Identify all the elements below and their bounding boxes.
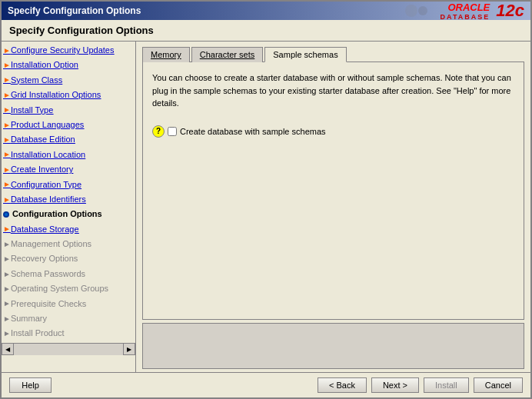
next-button[interactable]: Next >	[371, 377, 419, 393]
sidebar-label: Grid Installation Options	[11, 89, 101, 101]
content-area: ► Configure Security Updates ► Installat…	[2, 42, 530, 372]
sidebar-item-recovery-options: ► Recovery Options	[2, 251, 123, 266]
scroll-right-arrow[interactable]: ▶	[123, 343, 135, 355]
sidebar-label: System Class	[11, 75, 62, 86]
sidebar-item-database-edition[interactable]: ► Database Edition	[2, 132, 123, 147]
help-button[interactable]: Help	[9, 377, 52, 393]
tab-sample-schemas-label: Sample schemas	[273, 50, 337, 59]
oracle-version: 12c	[496, 1, 524, 21]
active-circle-icon	[3, 211, 9, 218]
sidebar-label: Installation Option	[11, 59, 78, 71]
title-bar: Specify Configuration Options ORACLE DAT…	[2, 2, 530, 20]
arrow-icon: ►	[3, 120, 11, 131]
sidebar-item-product-languages[interactable]: ► Product Languages	[2, 118, 123, 132]
main-panel: Memory Character sets Sample schemas You…	[136, 42, 530, 372]
sidebar-item-configuration-options[interactable]: Configuration Options	[2, 207, 123, 221]
install-button[interactable]: Install	[424, 377, 469, 393]
arrow-icon: ►	[3, 239, 11, 250]
help-tooltip-icon: ?	[152, 125, 165, 138]
sidebar-label: Database Identifiers	[11, 194, 86, 205]
sidebar-item-create-inventory[interactable]: ► Create Inventory	[2, 162, 123, 177]
tab-memory-label: Memory	[151, 50, 181, 59]
sidebar-item-management-options: ► Management Options	[2, 237, 123, 251]
arrow-icon: ►	[3, 179, 11, 190]
oracle-brand: ORACLE DATABASE	[441, 2, 490, 21]
sidebar-label: Recovery Options	[11, 253, 78, 264]
sidebar-label: Configuration Type	[11, 179, 81, 191]
sidebar-label: Database Storage	[11, 224, 79, 235]
sidebar-label: Create Inventory	[11, 164, 73, 175]
sidebar-item-configuration-type[interactable]: ► Configuration Type	[2, 178, 123, 192]
tab-memory[interactable]: Memory	[142, 47, 190, 62]
sidebar-item-database-identifiers[interactable]: ► Database Identifiers	[2, 192, 123, 207]
sidebar-label: Product Languages	[11, 119, 84, 131]
sidebar-item-schema-passwords: ► Schema Passwords	[2, 267, 123, 281]
footer-right: < Back Next > Install Cancel	[318, 377, 523, 393]
sidebar-label: Install Product	[11, 328, 65, 339]
description-text: You can choose to create a starter datab…	[152, 71, 514, 110]
sidebar-item-grid-installation[interactable]: ► Grid Installation Options	[2, 88, 123, 102]
bottom-info-area	[142, 323, 524, 369]
sidebar-label: Install Type	[11, 105, 53, 116]
arrow-icon: ►	[3, 314, 11, 324]
arrow-icon: ►	[3, 60, 11, 71]
sidebar-item-database-storage[interactable]: ► Database Storage	[2, 222, 123, 237]
create-sample-schemas-checkbox[interactable]	[168, 127, 177, 136]
arrow-icon: ►	[3, 224, 11, 234]
sidebar-label: Configure Security Updates	[11, 45, 115, 56]
sidebar-item-installation-option[interactable]: ► Installation Option	[2, 58, 123, 72]
sidebar-item-system-class[interactable]: ► System Class	[2, 73, 123, 88]
arrow-icon: ►	[3, 149, 11, 160]
footer: Help < Back Next > Install Cancel	[2, 372, 530, 397]
arrow-icon: ►	[3, 45, 11, 56]
sample-schemas-option: ? Create database with sample schemas	[152, 125, 514, 138]
arrow-icon: ►	[3, 75, 11, 85]
arrow-icon: ►	[3, 254, 11, 264]
tab-sample-schemas[interactable]: Sample schemas	[264, 47, 346, 62]
oracle-name: ORACLE	[447, 2, 490, 13]
help-icon-text: ?	[156, 127, 161, 135]
sidebar-label: Summary	[11, 313, 47, 324]
sidebar-label: Operating System Groups	[11, 283, 108, 294]
scroll-left-arrow[interactable]: ◀	[2, 343, 14, 355]
cancel-button[interactable]: Cancel	[474, 377, 523, 393]
sidebar-item-install-type[interactable]: ► Install Type	[2, 103, 123, 118]
arrow-icon: ►	[3, 165, 11, 175]
sidebar-footer: ◀ ▶	[2, 343, 135, 355]
sidebar-item-summary: ► Summary	[2, 311, 123, 326]
arrow-icon: ►	[3, 90, 11, 101]
create-sample-schemas-label: Create database with sample schemas	[180, 127, 326, 136]
page-title: Specify Configuration Options	[9, 25, 154, 36]
tab-character-sets[interactable]: Character sets	[191, 47, 264, 62]
sidebar-label: Installation Location	[11, 149, 85, 161]
svg-point-0	[405, 5, 417, 17]
sidebar-item-os-groups: ► Operating System Groups	[2, 281, 123, 296]
arrow-icon: ►	[3, 284, 11, 294]
footer-left: Help	[9, 377, 52, 393]
tab-bar: Memory Character sets Sample schemas	[136, 42, 530, 62]
arrow-icon: ►	[3, 135, 11, 145]
oracle-logo-area: ORACLE DATABASE 12c	[404, 1, 524, 21]
arrow-icon: ►	[3, 269, 11, 280]
oracle-product: DATABASE	[441, 13, 490, 21]
sidebar-label: Configuration Options	[12, 208, 102, 220]
tab-content-area: You can choose to create a starter datab…	[142, 62, 524, 320]
back-button[interactable]: < Back	[318, 377, 367, 393]
sidebar: ► Configure Security Updates ► Installat…	[2, 42, 136, 372]
tab-character-sets-label: Character sets	[200, 50, 255, 59]
scroll-track	[14, 344, 123, 355]
main-window: Specify Configuration Options ORACLE DAT…	[0, 0, 532, 399]
arrow-icon: ►	[3, 105, 11, 115]
oracle-gear-graphic	[404, 3, 434, 18]
sidebar-label: Schema Passwords	[11, 268, 85, 280]
sidebar-item-configure-security[interactable]: ► Configure Security Updates	[2, 43, 123, 58]
sidebar-label: Database Edition	[11, 134, 75, 145]
sidebar-item-installation-location[interactable]: ► Installation Location	[2, 148, 123, 162]
sidebar-label: Management Options	[11, 238, 91, 250]
svg-point-1	[418, 6, 427, 15]
title-bar-text: Specify Configuration Options	[8, 5, 141, 16]
sidebar-items-list: ► Configure Security Updates ► Installat…	[2, 42, 135, 343]
arrow-icon: ►	[3, 298, 11, 309]
sidebar-item-install-product: ► Install Product	[2, 326, 123, 341]
header: Specify Configuration Options	[2, 20, 530, 42]
